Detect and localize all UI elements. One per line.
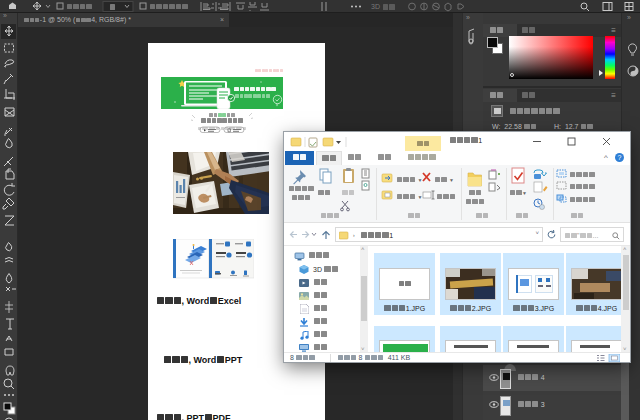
svg-text:3D: 3D: [371, 3, 380, 10]
